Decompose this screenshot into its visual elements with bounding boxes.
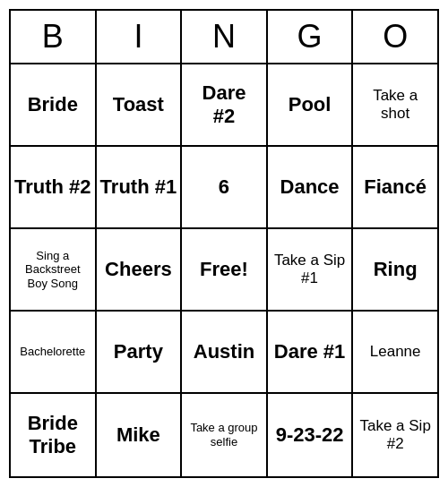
bingo-header: BINGO	[11, 11, 437, 64]
bingo-cell: 9-23-22	[268, 394, 354, 476]
bingo-cell: 6	[182, 147, 268, 229]
bingo-cell: Take a group selfie	[182, 394, 268, 476]
bingo-cell: Bride	[11, 64, 97, 147]
bingo-cell: Ring	[353, 229, 437, 312]
bingo-cell: Bachelorette	[11, 312, 97, 394]
bingo-cell: Dare #1	[268, 312, 354, 394]
header-letter: B	[11, 11, 97, 64]
bingo-row: BachelorettePartyAustinDare #1Leanne	[11, 312, 437, 394]
bingo-cell: Take a shot	[353, 64, 437, 147]
bingo-cell: Party	[97, 312, 183, 394]
bingo-cell: Truth #1	[97, 147, 183, 229]
bingo-cell: Dare#2	[182, 64, 268, 147]
bingo-row: Truth #2Truth #16DanceFiancé	[11, 147, 437, 229]
bingo-cell: Bride Tribe	[11, 394, 97, 476]
bingo-grid: BrideToastDare#2PoolTake a shotTruth #2T…	[11, 64, 437, 476]
header-letter: G	[268, 11, 354, 64]
header-letter: N	[182, 11, 268, 64]
bingo-cell: Pool	[268, 64, 354, 147]
bingo-cell: Fiancé	[353, 147, 437, 229]
bingo-row: Bride TribeMikeTake a group selfie9-23-2…	[11, 394, 437, 476]
bingo-cell: Take a Sip #2	[353, 394, 437, 476]
bingo-cell: Mike	[97, 394, 183, 476]
bingo-cell: Cheers	[97, 229, 183, 312]
bingo-row: Sing a Backstreet Boy SongCheersFree!Tak…	[11, 229, 437, 312]
bingo-cell: Leanne	[353, 312, 437, 394]
bingo-cell: Toast	[97, 64, 183, 147]
header-letter: I	[97, 11, 183, 64]
bingo-cell: Truth #2	[11, 147, 97, 229]
bingo-cell: Free!	[182, 229, 268, 312]
bingo-cell: Take a Sip #1	[268, 229, 354, 312]
bingo-cell: Dance	[268, 147, 354, 229]
bingo-card: BINGO BrideToastDare#2PoolTake a shotTru…	[9, 9, 439, 478]
header-letter: O	[353, 11, 437, 64]
bingo-cell: Sing a Backstreet Boy Song	[11, 229, 97, 312]
bingo-cell: Austin	[182, 312, 268, 394]
bingo-row: BrideToastDare#2PoolTake a shot	[11, 64, 437, 147]
